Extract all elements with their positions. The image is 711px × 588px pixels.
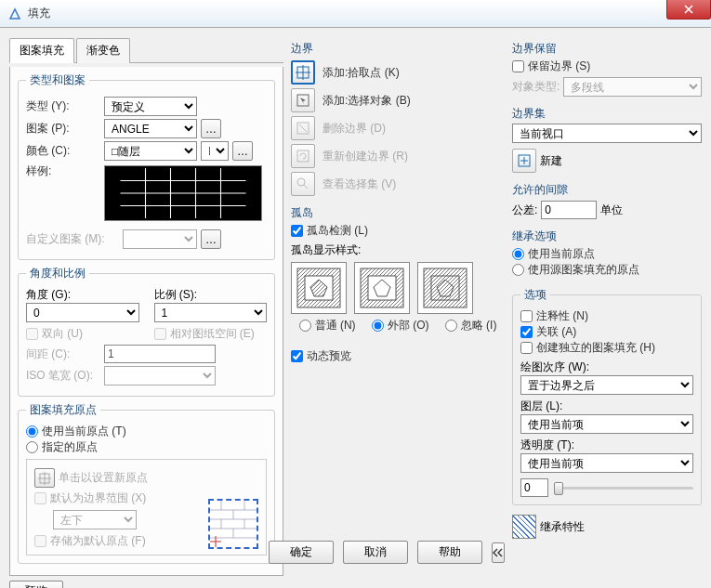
obj-type-label: 对象类型:	[512, 79, 560, 95]
add-pick-label: 添加:拾取点 (K)	[323, 65, 400, 81]
close-button[interactable]	[666, 0, 711, 20]
transparency-slider[interactable]	[554, 487, 693, 490]
island-ignore-box[interactable]	[417, 262, 473, 314]
new-icon	[517, 153, 532, 168]
remove-boundary-label: 删除边界 (D)	[323, 121, 386, 137]
help-button[interactable]: 帮助	[417, 541, 482, 564]
transparency-label: 透明度 (T):	[520, 438, 693, 453]
svg-line-28	[299, 124, 307, 132]
origin-preview	[208, 499, 258, 549]
type-select[interactable]: 预定义	[104, 97, 197, 116]
custom-pattern-select	[123, 229, 197, 249]
iso-select	[104, 366, 216, 385]
inherit-legend: 继承选项	[512, 229, 702, 244]
angle-scale-legend: 角度和比例	[26, 266, 89, 281]
svg-rect-29	[297, 150, 309, 162]
ok-button[interactable]: 确定	[269, 541, 334, 564]
pick-point-icon	[296, 65, 310, 80]
view-selection-label: 查看选择集 (V)	[323, 176, 396, 192]
spacing-label: 间距 (C):	[26, 346, 100, 362]
type-label: 类型 (Y):	[26, 98, 100, 114]
pattern-swatch[interactable]	[104, 165, 262, 221]
draw-order-select[interactable]: 置于边界之后	[520, 375, 693, 395]
inherit-props-icon[interactable]	[512, 515, 536, 539]
collapse-button[interactable]	[492, 542, 505, 563]
double-checkbox	[26, 328, 38, 340]
inherit-source-radio[interactable]	[512, 264, 524, 276]
svg-rect-38	[424, 268, 467, 307]
dynamic-preview-checkbox[interactable]	[291, 350, 303, 362]
boundary-legend: 边界	[291, 41, 505, 57]
custom-pattern-label: 自定义图案 (M):	[26, 231, 119, 247]
island-outer-box[interactable]	[354, 262, 410, 314]
island-normal-radio[interactable]	[299, 320, 311, 332]
transparency-select[interactable]: 使用当前项	[520, 453, 693, 473]
annotative-checkbox[interactable]	[520, 310, 533, 322]
svg-point-30	[297, 178, 305, 186]
origin-pos-select: 左下	[53, 510, 137, 529]
add-select-button[interactable]	[291, 88, 315, 112]
tolerance-input[interactable]	[541, 201, 597, 219]
color2-select[interactable]: ☑	[201, 141, 229, 161]
boundary-set-select[interactable]: 当前视口	[512, 124, 702, 143]
origin-specified-radio[interactable]	[26, 441, 38, 453]
island-ignore-radio[interactable]	[445, 320, 457, 332]
layer-select[interactable]: 使用当前项	[520, 414, 693, 434]
remove-boundary-button	[291, 116, 315, 140]
inherit-current-radio[interactable]	[512, 248, 524, 260]
default-extent-checkbox	[34, 492, 46, 504]
pattern-browse-button[interactable]: …	[201, 119, 221, 138]
tab-gradient[interactable]: 渐变色	[76, 38, 130, 63]
view-selection-button	[291, 172, 315, 196]
scale-label: 比例 (S):	[154, 287, 268, 303]
relative-checkbox	[154, 328, 166, 340]
origin-legend: 图案填充原点	[26, 402, 100, 418]
click-set-label: 单击以设置新原点	[59, 470, 148, 486]
boundary-set-legend: 边界集	[512, 106, 702, 122]
chevron-left-double-icon	[493, 548, 504, 557]
recreate-boundary-label: 重新创建边界 (R)	[323, 149, 408, 164]
gap-legend: 允许的间隙	[512, 182, 702, 198]
separate-checkbox[interactable]	[520, 342, 533, 354]
island-detect-checkbox[interactable]	[291, 225, 303, 237]
close-icon	[684, 5, 693, 14]
pattern-select[interactable]: ANGLE	[104, 119, 197, 138]
type-pattern-legend: 类型和图案	[26, 72, 89, 88]
angle-select[interactable]: 0	[26, 303, 139, 322]
new-boundary-set-label: 新建	[540, 153, 562, 169]
island-outer-radio[interactable]	[372, 320, 384, 332]
add-select-label: 添加:选择对象 (B)	[323, 93, 411, 109]
spacing-input	[104, 345, 216, 363]
islands-legend: 孤岛	[291, 205, 505, 221]
layer-label: 图层 (L):	[520, 399, 693, 414]
angle-label: 角度 (G):	[26, 287, 139, 303]
color-select[interactable]: □随层	[104, 141, 197, 161]
sample-label: 样例:	[26, 163, 100, 179]
island-normal-box[interactable]	[291, 262, 347, 314]
select-object-icon	[296, 93, 310, 108]
inherit-props-label: 继承特性	[540, 519, 585, 535]
app-icon	[7, 7, 22, 21]
preview-button[interactable]: 预览	[9, 581, 63, 588]
new-boundary-set-button[interactable]	[512, 149, 536, 173]
cancel-button[interactable]: 取消	[343, 541, 408, 564]
svg-line-31	[304, 185, 308, 189]
add-pick-button[interactable]	[291, 60, 315, 85]
island-style-label: 孤岛显示样式:	[291, 242, 505, 258]
assoc-checkbox[interactable]	[520, 326, 533, 338]
pattern-label: 图案 (P):	[26, 121, 100, 137]
set-origin-button	[34, 468, 55, 488]
recreate-boundary-button	[291, 144, 315, 168]
origin-current-radio[interactable]	[26, 425, 38, 438]
scale-select[interactable]: 1	[154, 303, 268, 322]
slider-thumb[interactable]	[554, 482, 563, 495]
keep-boundary-checkbox[interactable]	[512, 60, 524, 72]
color-label: 颜色 (C):	[26, 143, 100, 159]
options-legend: 选项	[520, 287, 550, 303]
transparency-input[interactable]	[520, 478, 548, 497]
color-browse-button[interactable]: …	[232, 141, 253, 161]
tab-hatch[interactable]: 图案填充	[9, 38, 74, 63]
retain-legend: 边界保留	[512, 41, 702, 57]
draw-order-label: 绘图次序 (W):	[520, 359, 693, 375]
tolerance-unit: 单位	[600, 203, 623, 218]
